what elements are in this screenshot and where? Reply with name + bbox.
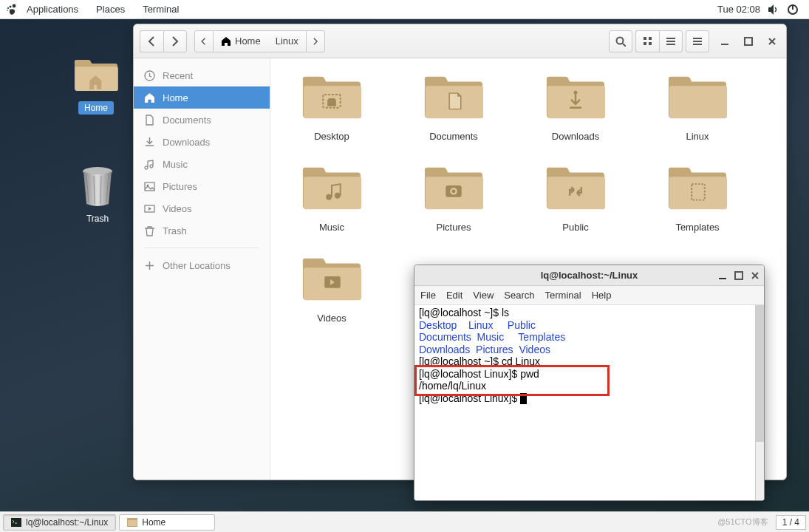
folder-pictures[interactable]: Pictures <box>413 164 494 233</box>
terminal-scrollbar[interactable] <box>755 305 764 500</box>
taskbar-files[interactable]: Home <box>119 514 215 531</box>
desktop-trash-label: Trash <box>68 214 127 224</box>
desktop-home-folder[interactable]: Home <box>66 58 126 115</box>
list-view-button[interactable] <box>659 30 683 52</box>
path-linux[interactable]: Linux <box>268 30 306 52</box>
sidebar-item-music[interactable]: Music <box>134 153 270 175</box>
hamburger-menu-button[interactable] <box>686 30 709 52</box>
path-bar: Home Linux <box>194 30 325 52</box>
svg-point-24 <box>335 193 341 199</box>
term-maximize-button[interactable] <box>734 271 743 280</box>
svg-point-22 <box>574 91 578 95</box>
icon-view-button[interactable] <box>635 30 659 52</box>
forward-button[interactable] <box>163 30 187 52</box>
term-menu-terminal[interactable]: Terminal <box>545 290 581 301</box>
terminal-output[interactable]: [lq@localhost ~]$ ls Desktop Linux Publi… <box>414 305 764 500</box>
sidebar-item-recent[interactable]: Recent <box>134 64 270 86</box>
terminal-titlebar[interactable]: lq@localhost:~/Linux <box>414 265 764 286</box>
folder-desktop[interactable]: Desktop <box>291 73 372 142</box>
power-icon[interactable] <box>787 4 799 16</box>
bottom-taskbar: lq@localhost:~/Linux Home @51CTO博客 1 / 4 <box>0 511 809 532</box>
folder-documents[interactable]: Documents <box>413 73 494 142</box>
taskbar-terminal[interactable]: lq@localhost:~/Linux <box>3 514 116 531</box>
sidebar-item-pictures[interactable]: Pictures <box>134 175 270 197</box>
term-menu-search[interactable]: Search <box>504 290 534 301</box>
terminal-title: lq@localhost:~/Linux <box>541 270 638 281</box>
folder-linux[interactable]: Linux <box>657 73 738 142</box>
term-menu-edit[interactable]: Edit <box>446 290 462 301</box>
term-menu-view[interactable]: View <box>473 290 494 301</box>
desktop-trash[interactable]: Trash <box>68 166 127 224</box>
folder-videos[interactable]: Videos <box>291 255 372 324</box>
gnome-logo-icon <box>6 4 18 16</box>
sidebar-item-videos[interactable]: Videos <box>134 197 270 219</box>
path-home[interactable]: Home <box>214 30 268 52</box>
terminal-menu[interactable]: Terminal <box>134 4 188 15</box>
svg-point-19 <box>7 10 8 11</box>
fm-sidebar: Recent Home Documents Downloads Music Pi… <box>134 58 270 480</box>
files-icon <box>127 518 137 527</box>
watermark: @51CTO博客 <box>717 516 775 528</box>
term-minimize-button[interactable] <box>718 271 727 280</box>
terminal-icon <box>11 518 21 527</box>
term-menu-file[interactable]: File <box>420 290 436 301</box>
svg-point-27 <box>452 189 456 193</box>
fm-close-button[interactable] <box>764 33 780 50</box>
folder-music[interactable]: Music <box>291 164 372 233</box>
svg-point-23 <box>326 194 332 200</box>
desktop-home-label: Home <box>78 101 114 115</box>
svg-point-18 <box>7 7 9 8</box>
svg-rect-32 <box>128 520 137 526</box>
sidebar-item-trash[interactable]: Trash <box>134 219 270 242</box>
workspace-pager[interactable]: 1 / 4 <box>776 515 806 530</box>
applications-menu[interactable]: Applications <box>18 4 87 15</box>
svg-point-16 <box>13 4 16 7</box>
path-chevron-right[interactable] <box>306 30 325 52</box>
volume-icon[interactable] <box>768 4 779 16</box>
sidebar-item-home[interactable]: Home <box>134 86 270 109</box>
fm-toolbar: Home Linux <box>134 24 786 58</box>
svg-point-17 <box>10 5 12 7</box>
back-button[interactable] <box>140 30 163 52</box>
folder-templates[interactable]: Templates <box>657 164 738 233</box>
fm-minimize-button[interactable] <box>717 33 733 50</box>
fm-maximize-button[interactable] <box>740 33 757 50</box>
sidebar-item-other-locations[interactable]: Other Locations <box>134 254 270 276</box>
sidebar-item-documents[interactable]: Documents <box>134 109 270 131</box>
sidebar-item-downloads[interactable]: Downloads <box>134 131 270 153</box>
folder-downloads[interactable]: Downloads <box>535 73 616 142</box>
cursor-icon <box>520 393 527 404</box>
gnome-topbar: Applications Places Terminal Tue 02:08 <box>0 0 809 19</box>
term-close-button[interactable] <box>751 271 759 280</box>
path-chevron-left[interactable] <box>194 30 214 52</box>
terminal-menubar: File Edit View Search Terminal Help <box>414 286 764 305</box>
places-menu[interactable]: Places <box>87 4 134 15</box>
search-button[interactable] <box>609 30 632 52</box>
term-menu-help[interactable]: Help <box>592 290 612 301</box>
clock[interactable]: Tue 02:08 <box>717 4 760 15</box>
terminal-window: lq@localhost:~/Linux File Edit View Sear… <box>414 265 765 501</box>
folder-public[interactable]: Public <box>535 164 616 233</box>
